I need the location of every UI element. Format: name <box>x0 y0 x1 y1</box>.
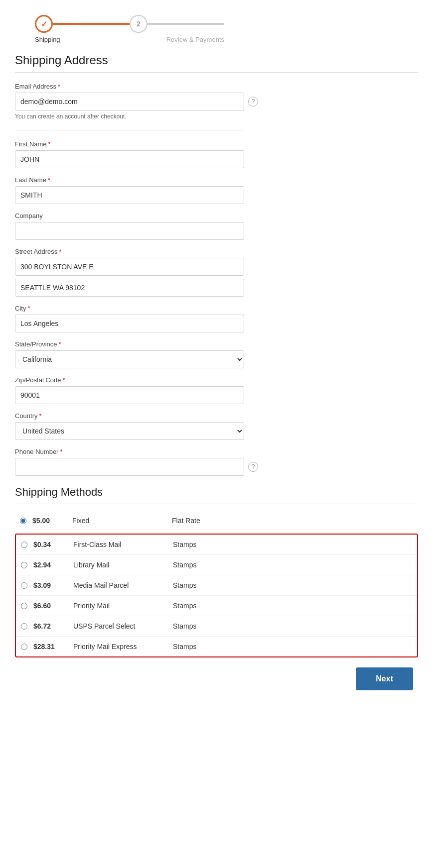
step2-number: 2 <box>137 20 141 28</box>
country-select[interactable]: United States Canada United Kingdom <box>15 422 244 440</box>
progress-section: 2 Shipping Review & Payments <box>15 10 418 43</box>
stamps-carrier-0: Stamps <box>173 541 196 548</box>
fixed-carrier: Flat Rate <box>172 517 200 525</box>
stamps-name-4: USPS Parcel Select <box>73 622 173 630</box>
last-name-group: Last Name* <box>15 176 418 204</box>
stamps-name-3: Priority Mail <box>73 602 173 610</box>
stamps-radio-5[interactable] <box>21 644 27 650</box>
title-divider <box>15 72 418 73</box>
progress-line-inactive <box>147 23 224 25</box>
first-name-group: First Name* <box>15 140 418 168</box>
fixed-price: $5.00 <box>32 517 72 525</box>
company-group: Company <box>15 212 418 240</box>
phone-input-wrapper: ? <box>15 458 418 476</box>
stamps-carrier-2: Stamps <box>173 581 196 589</box>
stamps-name-2: Media Mail Parcel <box>73 581 173 589</box>
city-label: City* <box>15 305 418 312</box>
stamps-name-5: Priority Mail Express <box>73 643 173 651</box>
stamps-row-3: $6.60 Priority Mail Stamps <box>16 596 417 616</box>
stamps-radio-1[interactable] <box>21 562 27 568</box>
stamps-price-1: $2.94 <box>33 561 73 569</box>
step2-label: Review & Payments <box>166 36 224 43</box>
email-group: Email Address* ? You can create an accou… <box>15 83 418 120</box>
country-group: Country* United States Canada United Kin… <box>15 412 418 440</box>
fixed-radio[interactable] <box>20 518 26 524</box>
stamps-carrier-4: Stamps <box>173 622 196 630</box>
stamps-row-2: $3.09 Media Mail Parcel Stamps <box>16 575 417 596</box>
bottom-bar: Next <box>15 667 418 690</box>
stamps-row-4: $6.72 USPS Parcel Select Stamps <box>16 616 417 637</box>
phone-group: Phone Number* ? <box>15 448 418 476</box>
last-name-input[interactable] <box>15 186 244 204</box>
street-address-input-2[interactable] <box>15 279 244 297</box>
company-label: Company <box>15 212 418 219</box>
account-hint: You can create an account after checkout… <box>15 113 418 120</box>
company-input[interactable] <box>15 222 244 240</box>
progress-bar: 2 <box>35 15 224 33</box>
stamps-row-1: $2.94 Library Mail Stamps <box>16 555 417 575</box>
email-help-icon[interactable]: ? <box>248 97 258 107</box>
step-labels: Shipping Review & Payments <box>35 36 224 43</box>
city-input[interactable] <box>15 315 244 332</box>
email-input-wrapper: ? <box>15 93 418 110</box>
stamps-row-5: $28.31 Priority Mail Express Stamps <box>16 637 417 656</box>
state-label: State/Province* <box>15 340 418 348</box>
progress-line-active <box>53 23 130 25</box>
stamps-price-0: $0.34 <box>33 541 73 548</box>
stamps-radio-0[interactable] <box>21 542 27 548</box>
zip-input[interactable] <box>15 386 244 404</box>
street-address-input-1[interactable] <box>15 258 244 276</box>
stamps-radio-4[interactable] <box>21 623 27 630</box>
shipping-methods-title: Shipping Methods <box>15 486 418 499</box>
first-name-label: First Name* <box>15 140 418 148</box>
step1-label: Shipping <box>35 36 60 43</box>
stamps-radio-3[interactable] <box>21 603 27 609</box>
form-divider-1 <box>15 130 244 130</box>
step2-circle: 2 <box>130 15 147 33</box>
stamps-price-2: $3.09 <box>33 581 73 589</box>
first-name-input[interactable] <box>15 150 244 168</box>
next-button[interactable]: Next <box>356 667 413 690</box>
country-label: Country* <box>15 412 418 420</box>
email-label: Email Address* <box>15 83 418 90</box>
fixed-name: Fixed <box>72 517 172 525</box>
state-group: State/Province* California New York Texa… <box>15 340 418 368</box>
stamps-carrier-3: Stamps <box>173 602 196 610</box>
shipping-address-title: Shipping Address <box>15 53 418 67</box>
stamps-price-3: $6.60 <box>33 602 73 610</box>
city-group: City* <box>15 305 418 332</box>
street-address-label: Street Address* <box>15 248 418 255</box>
stamps-name-1: Library Mail <box>73 561 173 569</box>
phone-input[interactable] <box>15 458 244 476</box>
email-input[interactable] <box>15 93 244 110</box>
last-name-label: Last Name* <box>15 176 418 184</box>
stamps-carrier-5: Stamps <box>173 643 196 651</box>
stamps-carrier-1: Stamps <box>173 561 196 569</box>
stamps-row-0: $0.34 First-Class Mail Stamps <box>16 535 417 555</box>
methods-divider <box>15 504 418 504</box>
stamps-price-4: $6.72 <box>33 622 73 630</box>
step1-circle <box>35 15 53 33</box>
zip-group: Zip/Postal Code* <box>15 376 418 404</box>
stamps-radio-2[interactable] <box>21 582 27 589</box>
stamps-price-5: $28.31 <box>33 643 73 651</box>
street-address-group: Street Address* <box>15 248 418 297</box>
state-select[interactable]: California New York Texas <box>15 350 244 368</box>
phone-label: Phone Number* <box>15 448 418 455</box>
fixed-method-row: $5.00 Fixed Flat Rate <box>15 512 418 530</box>
phone-help-icon[interactable]: ? <box>248 462 258 472</box>
stamps-methods-box: $0.34 First-Class Mail Stamps $2.94 Libr… <box>15 534 418 657</box>
stamps-name-0: First-Class Mail <box>73 541 173 548</box>
zip-label: Zip/Postal Code* <box>15 376 418 384</box>
